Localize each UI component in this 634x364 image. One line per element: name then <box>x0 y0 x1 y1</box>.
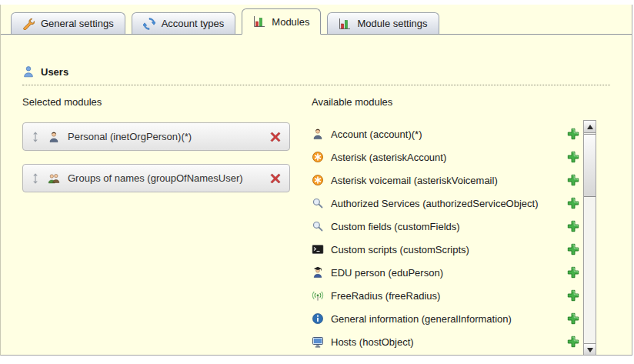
available-module-row: Asterisk voicemail (asteriskVoicemail) <box>312 169 579 192</box>
selected-modules-heading: Selected modules <box>22 96 312 109</box>
wrench-icon <box>22 18 35 30</box>
add-icon[interactable] <box>567 128 579 140</box>
available-module-label: Custom scripts (customScripts) <box>331 244 560 255</box>
add-icon[interactable] <box>567 266 579 279</box>
terminal-icon <box>312 243 324 255</box>
tab-bar: General settings Account types Modules M… <box>1 5 632 35</box>
available-module-row: Authorized Services (authorizedServiceOb… <box>312 192 579 215</box>
radius-icon <box>312 289 324 302</box>
asterisk-icon <box>312 151 324 163</box>
person-icon <box>312 128 324 140</box>
available-modules-heading: Available modules <box>312 96 610 109</box>
available-module-row: Account (account)(*) <box>312 122 579 145</box>
info-icon <box>312 312 324 325</box>
arrow-down-icon <box>587 348 593 352</box>
available-modules-list: Account (account)(*) Asterisk (asteriskA… <box>312 122 579 353</box>
selected-module-label: Groups of names (groupOfNamesUser) <box>68 172 262 184</box>
module-columns: Selected modules Personal (inetOrgPerson… <box>22 96 610 356</box>
available-module-row: Hosts (hostObject) <box>312 330 579 353</box>
available-module-label: Asterisk (asteriskAccount) <box>331 152 560 163</box>
selected-module-row: Personal (inetOrgPerson)(*) <box>22 122 290 151</box>
user-icon <box>22 65 35 78</box>
chart-icon <box>339 18 351 30</box>
delete-icon[interactable] <box>269 131 282 143</box>
move-handle-icon[interactable] <box>31 172 40 185</box>
tab-label: General settings <box>41 18 114 29</box>
add-icon[interactable] <box>567 312 579 325</box>
available-module-label: General information (generalInformation) <box>331 313 560 325</box>
arrow-up-icon <box>587 125 593 129</box>
available-module-label: Account (account)(*) <box>331 129 560 140</box>
section-header-users: Users <box>22 65 610 85</box>
available-module-row: Asterisk (asteriskAccount) <box>312 145 579 169</box>
magnifier-icon <box>312 197 324 209</box>
add-icon[interactable] <box>567 151 579 163</box>
available-module-label: FreeRadius (freeRadius) <box>331 290 560 302</box>
available-module-label: EDU person (eduPerson) <box>331 267 560 279</box>
asterisk-icon <box>312 174 324 186</box>
chart-icon <box>253 15 265 28</box>
magnifier-icon <box>312 220 324 232</box>
add-icon[interactable] <box>567 220 579 232</box>
tab-general-settings[interactable]: General settings <box>11 12 125 34</box>
selected-module-label: Personal (inetOrgPerson)(*) <box>68 131 262 142</box>
available-module-row: Custom fields (customFields) <box>312 215 579 238</box>
delete-icon[interactable] <box>269 172 282 185</box>
move-handle-icon[interactable] <box>31 131 40 143</box>
scroll-up-button[interactable] <box>584 121 596 133</box>
person-icon <box>48 131 60 143</box>
add-icon[interactable] <box>567 174 579 186</box>
available-module-row: EDU person (eduPerson) <box>312 261 579 284</box>
section-title: Users <box>41 66 68 78</box>
add-icon[interactable] <box>567 243 579 255</box>
group-icon <box>48 172 60 185</box>
available-module-row: General information (generalInformation) <box>312 307 579 330</box>
modules-config-panel: General settings Account types Modules M… <box>0 5 632 356</box>
available-module-label: Hosts (hostObject) <box>331 336 560 348</box>
add-icon[interactable] <box>567 197 579 209</box>
add-icon[interactable] <box>567 289 579 302</box>
selected-modules-column: Selected modules Personal (inetOrgPerson… <box>22 96 312 356</box>
selected-module-row: Groups of names (groupOfNamesUser) <box>22 164 290 192</box>
tab-label: Account types <box>162 18 225 29</box>
available-module-row: FreeRadius (freeRadius) <box>312 284 579 307</box>
tab-modules[interactable]: Modules <box>242 8 321 35</box>
edu-person-icon <box>312 266 324 279</box>
tab-module-settings[interactable]: Module settings <box>327 12 439 34</box>
computer-icon <box>312 336 324 348</box>
refresh-icon <box>143 18 155 30</box>
tab-label: Module settings <box>357 18 427 29</box>
tab-content: Users Selected modules Personal (inetOrg… <box>1 35 632 356</box>
scroll-thumb[interactable] <box>584 134 596 197</box>
scrollbar[interactable] <box>583 120 596 356</box>
tab-account-types[interactable]: Account types <box>132 12 236 34</box>
add-icon[interactable] <box>567 336 579 348</box>
available-modules-column: Available modules Account (account)(*) A… <box>312 96 610 356</box>
tab-label: Modules <box>272 16 309 28</box>
available-module-row: Custom scripts (customScripts) <box>312 238 579 261</box>
available-module-label: Authorized Services (authorizedServiceOb… <box>331 198 560 209</box>
available-module-label: Asterisk voicemail (asteriskVoicemail) <box>331 175 560 186</box>
available-module-label: Custom fields (customFields) <box>331 221 560 232</box>
scroll-down-button[interactable] <box>584 343 596 356</box>
